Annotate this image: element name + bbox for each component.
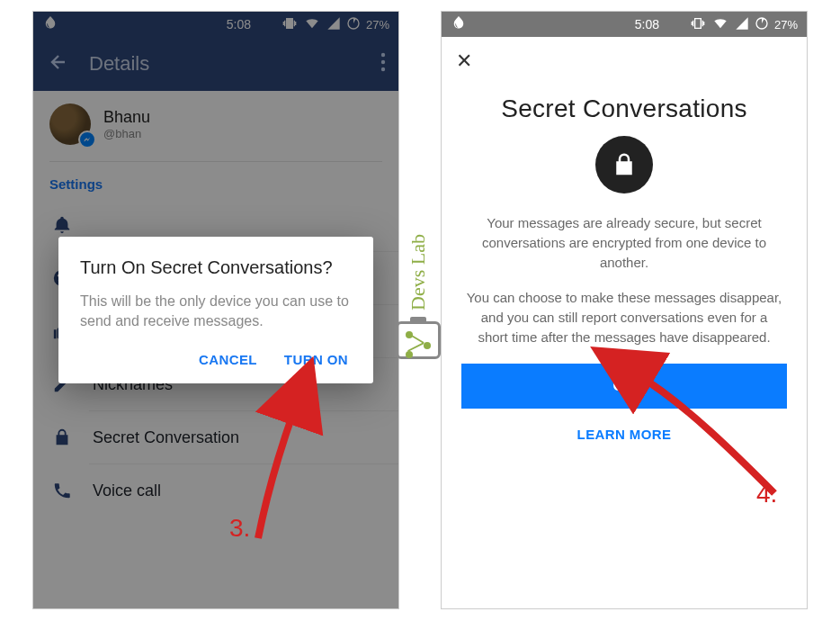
settings-section-label: Settings: [33, 162, 398, 199]
close-icon[interactable]: ✕: [456, 50, 472, 72]
vibrate-icon: [690, 16, 706, 33]
intro-paragraph-1: Your messages are already secure, but se…: [442, 213, 807, 272]
vibrate-icon: [281, 16, 298, 33]
wifi-icon: [303, 16, 321, 33]
lock-circle-icon: [595, 136, 653, 194]
avatar: [49, 104, 91, 145]
svg-point-2: [381, 60, 385, 64]
battery-percentage: 27%: [774, 18, 798, 32]
notification-leaf-icon: [42, 15, 58, 34]
battery-circle-icon: [755, 16, 769, 33]
status-bar: 5:08 27%: [33, 12, 398, 37]
profile-name: Bhanu: [103, 108, 150, 127]
cell-signal-icon: [735, 16, 749, 33]
annotation-step-3-label: 3.: [229, 514, 250, 543]
annotation-arrow-step-3: [204, 394, 330, 560]
turn-on-button[interactable]: TURN ON: [284, 352, 348, 367]
watermark-device-icon: [396, 321, 441, 359]
bell-icon: [51, 215, 73, 235]
secret-conversation-dialog: Turn On Secret Conversations? This will …: [58, 237, 373, 383]
voice-call-label: Voice call: [93, 482, 161, 500]
page-title: Details: [89, 52, 149, 76]
profile-handle: @bhan: [103, 127, 150, 140]
screenshot-left: 5:08 27% Details: [32, 11, 399, 609]
intro-paragraph-2: You can choose to make these messages di…: [442, 288, 807, 346]
dialog-title: Turn On Secret Conversations?: [80, 256, 352, 279]
battery-percentage: 27%: [366, 18, 389, 32]
dialog-body: This will be the only device you can use…: [80, 292, 352, 332]
battery-circle-icon: [346, 16, 361, 33]
status-time: 5:08: [227, 17, 251, 32]
svg-point-3: [381, 68, 385, 71]
svg-point-1: [381, 53, 385, 57]
screenshot-right: 5:08 27% ✕ Secret Conversations Your mes…: [441, 11, 808, 609]
status-bar: 5:08 27%: [442, 12, 807, 37]
phone-icon: [51, 481, 73, 500]
notification-leaf-icon: [451, 15, 467, 34]
cancel-button[interactable]: CANCEL: [199, 352, 257, 367]
intro-title: Secret Conversations: [442, 86, 807, 136]
profile-header[interactable]: Bhanu @bhan: [33, 91, 398, 158]
annotation-step-4-label: 4.: [756, 480, 777, 508]
wifi-icon: [711, 16, 729, 33]
back-arrow-icon[interactable]: [46, 51, 67, 76]
overflow-menu-icon[interactable]: [380, 52, 386, 76]
watermark-text: Devs Lab: [407, 234, 430, 310]
cell-signal-icon: [326, 16, 341, 33]
app-bar: Details: [33, 37, 398, 91]
status-time: 5:08: [635, 17, 659, 32]
messenger-badge-icon: [78, 130, 96, 148]
lock-icon: [51, 428, 73, 447]
